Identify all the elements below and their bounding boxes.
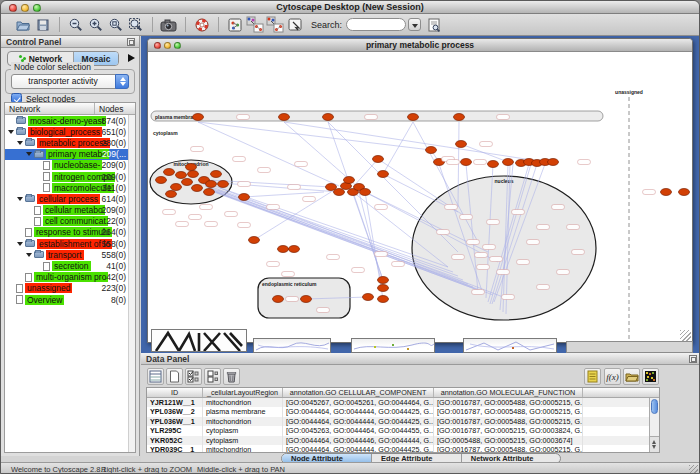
table-cell[interactable]: [GO:0016787, GO:0005488, GO:0005215, G..… — [434, 445, 583, 453]
network-node[interactable] — [360, 189, 371, 196]
network-node[interactable] — [166, 191, 177, 198]
network-edge[interactable] — [198, 122, 431, 150]
zoom-selected-region-icon[interactable] — [107, 16, 125, 34]
network-node[interactable] — [548, 159, 559, 166]
background-window-sliver[interactable] — [151, 329, 247, 352]
formula-builder-icon[interactable]: f(x) — [604, 368, 621, 385]
take-snapshot-icon[interactable] — [160, 16, 178, 34]
network-overview-icon[interactable] — [226, 16, 244, 34]
table-cell[interactable]: [GO:0044464, GO:0044446, GO:0044444, G..… — [283, 436, 434, 445]
tree-row[interactable]: biological_process651(0) — [5, 126, 135, 137]
network-node[interactable] — [461, 159, 472, 166]
tree-row[interactable]: cellular process614(0) — [5, 193, 135, 204]
minimized-window-sliver[interactable] — [463, 338, 557, 353]
annotation-icon[interactable] — [286, 16, 304, 34]
float-panel-icon[interactable] — [689, 355, 697, 363]
open-session-icon[interactable] — [14, 16, 32, 34]
float-panel-icon[interactable] — [127, 38, 135, 46]
expand-network-all-icon[interactable] — [266, 16, 284, 34]
mosaic-matrix-icon[interactable] — [642, 368, 659, 385]
network-node[interactable] — [182, 179, 193, 186]
network-node[interactable] — [156, 177, 167, 184]
create-attribute-icon[interactable] — [166, 368, 183, 385]
table-cell[interactable]: YPL036W__1 — [147, 417, 203, 426]
network-node[interactable] — [373, 156, 384, 163]
network-node[interactable] — [661, 189, 672, 196]
table-cell[interactable]: mitochondrion — [203, 445, 283, 453]
tree-row[interactable]: response to stimulu264(0) — [5, 227, 135, 238]
table-cell[interactable]: YJR121W__1 — [147, 398, 203, 407]
dropdown-stepper-icon[interactable] — [115, 74, 129, 89]
tree-row[interactable]: multi-organism pro42(0) — [5, 272, 135, 283]
network-edge[interactable] — [383, 122, 413, 174]
network-node[interactable] — [211, 171, 222, 178]
network-node[interactable] — [456, 141, 467, 148]
tree-row[interactable]: unassigned223(0) — [5, 283, 135, 294]
network-node[interactable] — [378, 277, 389, 284]
scrollbar-arrows[interactable] — [650, 436, 659, 452]
network-node[interactable] — [176, 172, 187, 179]
network-canvas[interactable]: plasma membrane cytoplasm mitochondrion … — [148, 52, 692, 342]
network-node[interactable] — [378, 296, 389, 303]
network-node[interactable] — [503, 159, 514, 166]
network-node[interactable] — [301, 296, 312, 303]
tree-row[interactable]: Overview8(0) — [5, 294, 135, 305]
table-row[interactable]: YDR039C__1mitochondrion[GO:0044464, GO:0… — [147, 445, 659, 453]
tree-row[interactable]: mosaic-demo-yeast874(0) — [5, 115, 135, 126]
import-notes-icon[interactable] — [584, 368, 601, 385]
column-header[interactable]: _cellularLayoutRegion — [203, 388, 283, 397]
configure-search-icon[interactable] — [425, 16, 443, 34]
network-node[interactable] — [289, 246, 300, 253]
help-lifesaver-icon[interactable] — [193, 16, 211, 34]
table-cell[interactable]: [GO:0016787, GO:0005488, GO:0005215, G..… — [434, 417, 583, 426]
zoom-out-icon[interactable] — [67, 16, 85, 34]
network-node[interactable] — [344, 177, 355, 184]
network-edge[interactable] — [254, 192, 331, 240]
table-cell[interactable]: cytoplasm — [203, 426, 283, 435]
table-cell[interactable]: mitochondrion — [203, 398, 283, 407]
table-cell[interactable]: [GO:0016787, GO:0005488, GO:0005215, G..… — [434, 407, 583, 416]
network-node[interactable] — [188, 171, 199, 178]
table-cell[interactable]: [GO:0045267, GO:0045261, GO:0044464, G..… — [283, 398, 434, 407]
table-cell[interactable]: [GO:0044464, GO:0044444, GO:0044425, G..… — [283, 417, 434, 426]
tree-row[interactable]: nucleobase-209(0) — [5, 160, 135, 171]
table-row[interactable]: YPL036W__1mitochondrion[GO:0044464, GO:0… — [147, 417, 659, 426]
minimized-window-sliver[interactable] — [351, 338, 435, 353]
attribute-table-icon[interactable] — [147, 368, 164, 385]
table-cell[interactable]: YKR052C — [147, 436, 203, 445]
minimized-window-sliver[interactable] — [253, 338, 331, 353]
table-cell[interactable]: mitochondrion — [203, 417, 283, 426]
tree-row[interactable]: secretion41(0) — [5, 260, 135, 271]
search-input[interactable] — [346, 18, 406, 31]
table-cell[interactable]: [GO:0016787, GO:0005215, GO:0003824, G..… — [434, 426, 583, 435]
table-cell[interactable]: YDR039C__1 — [147, 445, 203, 453]
table-cell[interactable]: YLR295C — [147, 426, 203, 435]
expand-network-selected-icon[interactable] — [246, 16, 264, 34]
tree-row[interactable]: primary metabo209(... — [5, 149, 135, 160]
tree-row[interactable]: macromolecule311(0) — [5, 182, 135, 193]
unselect-attributes-icon[interactable] — [204, 368, 221, 385]
network-node[interactable] — [218, 181, 229, 188]
table-cell[interactable]: [GO:0044464, GO:0044444, GO:0044425, G..… — [283, 407, 434, 416]
table-cell[interactable]: [GO:0005488, GO:0005215, GO:0003674] — [434, 436, 583, 445]
window-resize-grip[interactable] — [689, 465, 698, 474]
network-node[interactable] — [279, 114, 290, 121]
tree-row[interactable]: cellular metabo209(0) — [5, 205, 135, 216]
network-node[interactable] — [273, 296, 284, 303]
network-node[interactable] — [239, 194, 250, 201]
tree-column-network[interactable]: Network — [5, 103, 95, 114]
network-node[interactable] — [204, 189, 215, 196]
table-cell[interactable]: [GO:0016787, GO:0005488, GO:0005215, G..… — [434, 398, 583, 407]
column-header[interactable]: annotation.GO MOLECULAR_FUNCTION — [434, 388, 583, 397]
tree-row[interactable]: establishment of lo558(0) — [5, 238, 135, 249]
network-node[interactable] — [249, 237, 260, 244]
search-dropdown-button[interactable] — [408, 18, 421, 31]
frame-resize-grip[interactable] — [680, 330, 691, 341]
import-attributes-icon[interactable] — [623, 368, 640, 385]
network-node[interactable] — [334, 189, 345, 196]
network-node[interactable] — [454, 114, 465, 121]
network-node[interactable] — [193, 114, 204, 121]
tree-row[interactable]: transport558(0) — [5, 249, 135, 260]
zoom-in-icon[interactable] — [87, 16, 105, 34]
select-attributes-icon[interactable] — [185, 368, 202, 385]
